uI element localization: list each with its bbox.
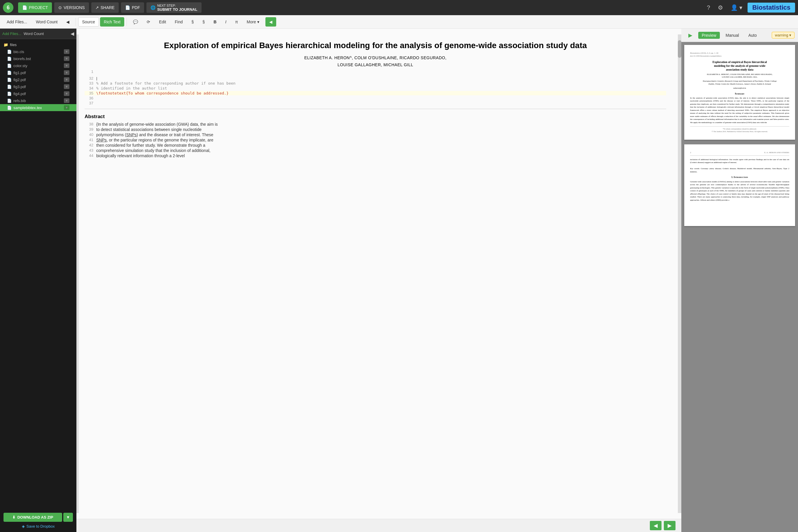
file-dropdown-fig2[interactable]: ▼ [64,77,70,82]
share-button[interactable]: ↗ SHARE [91,2,119,13]
section-button-2[interactable]: § [198,17,209,26]
download-zip-arrow[interactable]: ▼ [63,513,73,522]
section-divider [84,109,666,109]
add-files-button[interactable]: Add Files... [3,17,31,26]
user-button[interactable]: 👤 ▾ [728,3,745,12]
sidebar-add-files-button[interactable]: Add Files... [2,32,21,36]
file-dropdown-fig4[interactable]: ▼ [64,91,70,96]
pdf-page2-header: 2 E. A. HERON AND OTHERS [690,151,789,156]
sidebar-word-count-button[interactable]: Word Count [24,32,44,36]
sidebar: Add Files... Word Count ◀ 📁 files 📄 bio.… [0,28,76,532]
biostatistics-badge: Biostatistics [747,3,795,13]
pdf-page1-authors: ELIZABETH A. HERON*, COLM O'DUSHLAINE, R… [690,73,789,79]
collapse-sidebar-button[interactable]: ◀ [62,17,73,26]
rich-text-button[interactable]: Rich Text [100,17,124,26]
pi-button[interactable]: π [231,17,242,26]
preview-content[interactable]: Biostatistics (2010), 0, 0, pp. 1–30 doi… [681,42,798,532]
file-icon: 📄 [7,99,12,103]
file-dropdown-biorefs[interactable]: ▼ [64,56,70,61]
editor-scrollbar[interactable] [678,34,681,513]
file-icon: 📄 [7,71,12,75]
pdf-page1-affiliation: Neuropsychiatric Genetics Research Group… [690,80,789,86]
overleaf-logo[interactable]: 6 [3,2,14,13]
logo-icon: 6 [3,2,14,13]
file-bio-cls[interactable]: 📄 bio.cls ▼ [0,48,76,55]
warning-badge[interactable]: warning ▾ [772,32,795,38]
editor-content[interactable]: Exploration of empirical Bayes hierarchi… [76,28,681,519]
abstract-line-41: 41 SNPs, or the particular regions of th… [84,138,666,142]
toolbar-divider-1 [76,18,76,26]
download-icon: ⬇ [12,515,16,519]
editor-bottom-toolbar: ◀ ▶ [76,519,681,532]
comment-icon: 💬 [133,20,138,24]
file-dropdown-sample[interactable]: ▼ [64,105,70,110]
word-count-button[interactable]: Word Count [32,17,61,26]
file-icon: 📄 [7,63,12,68]
more-button[interactable]: More ▾ [243,17,263,26]
save-dropbox-button[interactable]: ◈ Save to Dropbox [3,524,73,529]
file-refs-bib[interactable]: 📄 refs.bib ▼ [0,97,76,104]
history-button[interactable]: ⟳ [143,17,154,26]
edit-button[interactable]: Edit [155,17,170,26]
settings-button[interactable]: ⚙ [716,3,725,12]
abstract-line-43: 43 comprehensive simulation study that t… [84,148,666,153]
file-icon: 📄 [7,78,12,82]
file-dropdown-color[interactable]: ▼ [64,63,70,68]
file-biorefs-bst[interactable]: 📄 biorefs.bst ▼ [0,55,76,62]
file-fig3-pdf[interactable]: 📄 fig3.pdf ▼ [0,83,76,90]
file-dropdown-refs[interactable]: ▼ [64,98,70,103]
manual-button[interactable]: Manual [722,32,743,39]
file-dropdown-fig3[interactable]: ▼ [64,84,70,89]
download-zip-button[interactable]: ⬇ DOWNLOAD AS ZIP [3,513,62,522]
preview-label-button[interactable]: Preview [698,32,720,39]
auto-button[interactable]: Auto [745,32,760,39]
abstract-line-44: 44 biologically relevant information thr… [84,153,666,158]
source-line-1: 1 [84,70,666,74]
versions-button[interactable]: ⊙ VERSIONS [54,2,89,13]
pdf-page1-title: Exploration of empirical Bayes hierarchi… [690,60,789,72]
file-dropdown-bio[interactable]: ▼ [64,49,70,54]
files-folder[interactable]: 📁 files [0,41,76,48]
file-fig1-pdf[interactable]: 📄 fig1.pdf ▼ [0,69,76,76]
pdf-button[interactable]: 📄 PDF [121,2,144,13]
file-dropdown-fig1[interactable]: ▼ [64,70,70,75]
sidebar-toolbar: Add Files... Word Count ◀ [0,28,76,39]
document-title: Exploration of empirical Bayes hierarchi… [84,40,666,51]
pdf-page1-email: eaheron@tcd.ie [690,87,789,90]
document-authors-2: LOUISE GALLAGHER, MICHAEL GILL [84,62,666,67]
file-fig2-pdf[interactable]: 📄 fig2.pdf ▼ [0,76,76,83]
pdf-page1-footer: *To whom correspondence should be addres… [690,126,789,133]
preview-play-button[interactable]: ▶ [685,31,696,40]
sidebar-download-area: ⬇ DOWNLOAD AS ZIP ▼ ◈ Save to Dropbox [0,509,76,532]
source-line-34: 34 % identified in the author list [84,86,666,90]
file-icon: 📄 [7,50,12,54]
project-button[interactable]: 📄 PROJECT [18,2,52,13]
bold-button[interactable]: B [210,17,220,26]
pdf-intro-heading: 1. Introduction [690,176,789,179]
share-icon: ↗ [95,5,99,10]
scrollbar-thumb[interactable] [678,40,681,58]
help-button[interactable]: ? [704,3,712,12]
file-icon: 📄 [7,84,12,89]
abstract-line-39: 39 to detect statistical associations be… [84,127,666,132]
italic-button[interactable]: I [221,17,230,26]
source-line-32: 32 | [84,76,666,80]
file-color-sty[interactable]: 📄 color.sty ▼ [0,62,76,69]
toolbar-divider-2 [127,18,127,26]
prev-page-button[interactable]: ◀ [650,521,662,530]
comment-button[interactable]: 💬 [129,17,142,26]
file-samplebibtex-tex[interactable]: 📄 samplebibtex.tex ▼ [0,104,76,111]
rich-text-editor[interactable]: Exploration of empirical Bayes hierarchi… [79,34,678,513]
preview-toolbar: ▶ Preview Manual Auto warning ▾ [681,28,798,42]
next-page-button[interactable]: ▶ [664,521,676,530]
find-button[interactable]: Find [171,17,186,26]
preview-panel: ▶ Preview Manual Auto warning ▾ Biostati… [681,28,798,532]
file-fig4-pdf[interactable]: 📄 fig4.pdf ▼ [0,90,76,97]
section-button-1[interactable]: § [188,17,198,26]
next-step-icon: 🌐 [151,5,155,10]
sidebar-collapse-button[interactable]: ◀ [71,31,74,36]
source-button[interactable]: Source [78,17,99,26]
next-step-button[interactable]: 🌐 NEXT STEP: SUBMIT TO JOURNAL [147,2,202,13]
main-area: Add Files... Word Count ◀ 📁 files 📄 bio.… [0,28,798,532]
nav-left-button[interactable]: ◀ [265,17,276,26]
